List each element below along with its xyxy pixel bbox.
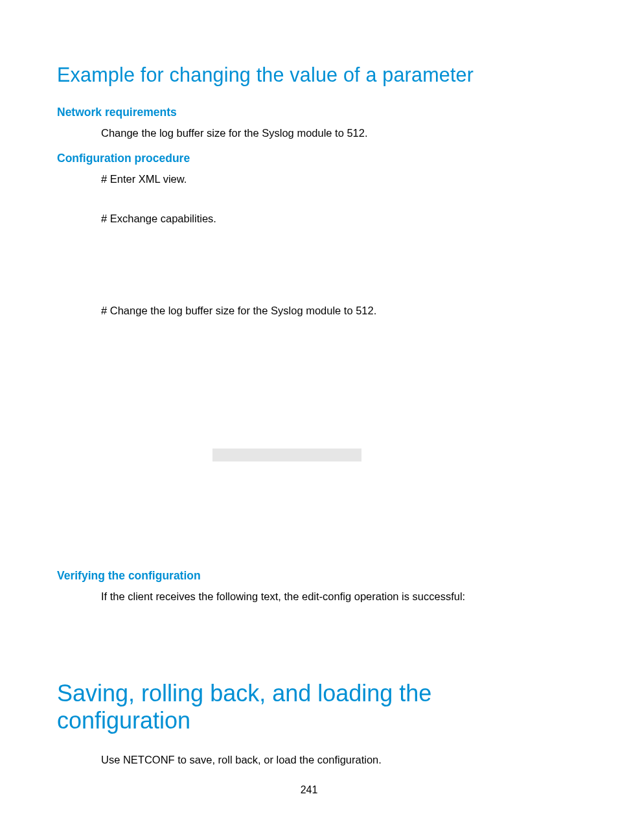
- redacted-block: [212, 449, 361, 461]
- subheading-configuration-procedure: Configuration procedure: [57, 152, 561, 165]
- paragraph-verifying-configuration: If the client receives the following tex…: [101, 589, 561, 603]
- step-exchange-capabilities: # Exchange capabilities.: [101, 211, 561, 226]
- paragraph-network-requirements: Change the log buffer size for the Syslo…: [101, 126, 561, 140]
- section-heading-saving: Saving, rolling back, and loading the co…: [57, 680, 561, 734]
- subheading-network-requirements: Network requirements: [57, 106, 561, 119]
- subheading-verifying-configuration: Verifying the configuration: [57, 569, 561, 583]
- step-enter-xml-view: # Enter XML view.: [101, 172, 561, 186]
- page-number: 241: [0, 784, 618, 796]
- section-heading-example: Example for changing the value of a para…: [57, 64, 561, 86]
- paragraph-saving: Use NETCONF to save, roll back, or load …: [101, 752, 561, 767]
- document-page: Example for changing the value of a para…: [0, 0, 618, 767]
- step-change-log-buffer: # Change the log buffer size for the Sys…: [101, 303, 561, 318]
